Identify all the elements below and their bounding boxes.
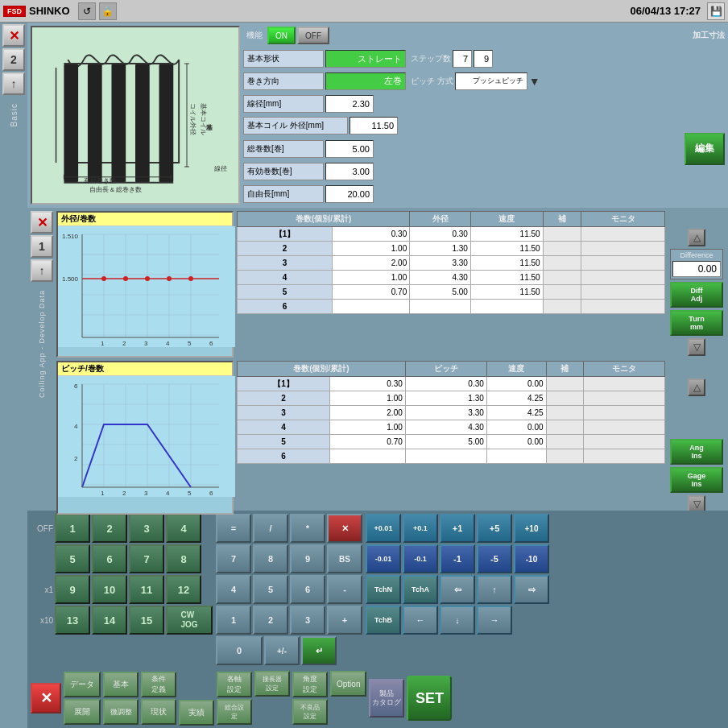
key-enter[interactable]: ↵ bbox=[301, 636, 337, 665]
t1-v1[interactable]: 2.00 bbox=[333, 256, 410, 271]
table-row[interactable]: 4 1.00 4.30 11.50 bbox=[238, 271, 665, 285]
key-pm[interactable]: +/- bbox=[264, 636, 300, 665]
key-p001[interactable]: +0.01 bbox=[366, 514, 401, 543]
table-row[interactable]: 2 1.00 1.30 11.50 bbox=[238, 242, 665, 256]
key-3[interactable]: 3 bbox=[129, 514, 164, 543]
t2-v3[interactable]: 0.00 bbox=[486, 435, 546, 449]
t2-v3[interactable]: 4.25 bbox=[486, 391, 546, 406]
toolbar-close-btn[interactable]: ✕ bbox=[31, 683, 61, 714]
key-c8[interactable]: 8 bbox=[253, 544, 288, 573]
reload-icon[interactable]: ↺ bbox=[78, 2, 96, 20]
turn-mm-btn[interactable]: Turn mm bbox=[670, 310, 723, 336]
key-c6[interactable]: 6 bbox=[290, 575, 325, 604]
key-bs[interactable]: BS bbox=[327, 544, 362, 573]
key-left-arrow[interactable]: ⇦ bbox=[440, 575, 475, 604]
option-btn[interactable]: Option bbox=[330, 671, 366, 697]
key-eq[interactable]: = bbox=[216, 514, 251, 543]
t2-v2[interactable]: 4.30 bbox=[405, 420, 486, 435]
key-4[interactable]: 4 bbox=[166, 514, 201, 543]
key-11[interactable]: 11 bbox=[129, 575, 164, 604]
table-row[interactable]: 【1】 0.30 0.30 11.50 bbox=[238, 227, 665, 242]
t2-v1[interactable]: 0.30 bbox=[330, 377, 406, 391]
key-tchb[interactable]: TchB bbox=[366, 606, 401, 635]
key-c1[interactable]: 1 bbox=[216, 606, 251, 635]
t1-v3[interactable]: 11.50 bbox=[470, 242, 543, 256]
t1-v2[interactable]: 4.30 bbox=[410, 271, 471, 285]
key-c3[interactable]: 3 bbox=[290, 606, 325, 635]
save-icon[interactable]: 💾 bbox=[707, 2, 725, 20]
t1-v3[interactable]: 11.50 bbox=[470, 271, 543, 285]
sidebar-btn-2[interactable]: 2 bbox=[2, 48, 25, 71]
table-row[interactable]: 3 2.00 3.30 11.50 bbox=[238, 256, 665, 271]
direction-value[interactable]: 左巻 bbox=[325, 72, 406, 90]
t1-v2[interactable]: 1.30 bbox=[410, 242, 471, 256]
key-m1[interactable]: -1 bbox=[440, 544, 475, 573]
t2-v3[interactable]: 4.25 bbox=[486, 406, 546, 420]
key-mul[interactable]: * bbox=[290, 514, 325, 543]
key-1[interactable]: 1 bbox=[55, 514, 90, 543]
key-down-arrow[interactable]: ↓ bbox=[440, 606, 475, 635]
jisseki-btn[interactable]: 実績 bbox=[179, 700, 214, 726]
key-right-end[interactable]: → bbox=[477, 606, 512, 635]
furyohin-btn[interactable]: 不良品 設定 bbox=[292, 699, 328, 725]
key-p5[interactable]: +5 bbox=[477, 514, 512, 543]
key-c4[interactable]: 4 bbox=[216, 575, 251, 604]
t2-v3[interactable]: 0.00 bbox=[486, 377, 546, 391]
key-x-cancel[interactable]: ✕ bbox=[327, 514, 362, 543]
t1-v3[interactable]: 11.50 bbox=[470, 256, 543, 271]
t1-v2[interactable]: 5.00 bbox=[410, 285, 471, 300]
sidebar-btn-up[interactable]: ↑ bbox=[2, 72, 25, 95]
table-row[interactable]: 6 bbox=[238, 449, 665, 464]
key-tcha[interactable]: TchA bbox=[403, 575, 438, 604]
sogosetsu-btn[interactable]: 総合設 定 bbox=[217, 699, 252, 725]
table-row[interactable]: 2 1.00 1.30 4.25 bbox=[238, 391, 665, 406]
total-turns-value[interactable]: 5.00 bbox=[325, 140, 374, 158]
key-m01[interactable]: -0.1 bbox=[403, 544, 438, 573]
up-arrow-2[interactable]: △ bbox=[688, 378, 705, 396]
tsuna-btn[interactable]: 接長器 設定 bbox=[254, 671, 290, 697]
t2-v2[interactable]: 0.30 bbox=[405, 377, 486, 391]
key-7[interactable]: 7 bbox=[129, 544, 164, 573]
key-c9[interactable]: 9 bbox=[290, 544, 325, 573]
key-p10[interactable]: +10 bbox=[514, 514, 549, 543]
step-val1[interactable]: 7 bbox=[453, 50, 472, 68]
genjo-btn[interactable]: 現状 bbox=[141, 699, 176, 725]
down-arrow-1[interactable]: ▽ bbox=[688, 338, 705, 356]
t1-v1[interactable]: 0.70 bbox=[333, 285, 410, 300]
t2-v3[interactable]: 0.00 bbox=[486, 420, 546, 435]
key-15[interactable]: 15 bbox=[129, 606, 164, 635]
up-arrow-1[interactable]: △ bbox=[688, 229, 705, 246]
t1-v3[interactable]: 11.50 bbox=[470, 285, 543, 300]
chart-btn-1[interactable]: 1 bbox=[31, 235, 53, 258]
bishocho-btn[interactable]: 微調整 bbox=[103, 699, 139, 725]
tenkai-btn[interactable]: 展開 bbox=[64, 699, 101, 725]
key-cw-jog[interactable]: CW JOG bbox=[166, 606, 213, 635]
table-row[interactable]: 4 1.00 4.30 0.00 bbox=[238, 420, 665, 435]
wire-value[interactable]: 2.30 bbox=[325, 95, 374, 113]
t2-v1[interactable]: 2.00 bbox=[330, 406, 406, 420]
func-off-btn[interactable]: OFF bbox=[297, 27, 329, 44]
free-length-value[interactable]: 20.00 bbox=[325, 185, 374, 203]
key-plus[interactable]: + bbox=[327, 606, 362, 635]
t1-v1[interactable]: 0.30 bbox=[333, 227, 410, 242]
t1-v1[interactable] bbox=[333, 300, 410, 314]
ang-ins-btn[interactable]: Ang Ins bbox=[670, 439, 723, 465]
key-c2[interactable]: 2 bbox=[253, 606, 288, 635]
set-btn[interactable]: SET bbox=[407, 676, 452, 721]
key-m5[interactable]: -5 bbox=[477, 544, 512, 573]
key-6[interactable]: 6 bbox=[92, 544, 127, 573]
key-m10[interactable]: -10 bbox=[514, 544, 549, 573]
key-div[interactable]: / bbox=[253, 514, 288, 543]
key-10[interactable]: 10 bbox=[92, 575, 127, 604]
key-12[interactable]: 12 bbox=[166, 575, 201, 604]
t2-v1[interactable]: 1.00 bbox=[330, 391, 406, 406]
key-minus[interactable]: - bbox=[327, 575, 362, 604]
key-p01[interactable]: +0.1 bbox=[403, 514, 438, 543]
t2-v2[interactable]: 1.30 bbox=[405, 391, 486, 406]
t1-v2[interactable] bbox=[410, 300, 471, 314]
step-val2[interactable]: 9 bbox=[474, 50, 493, 68]
key-13[interactable]: 13 bbox=[55, 606, 90, 635]
key-m001[interactable]: -0.01 bbox=[366, 544, 401, 573]
key-8[interactable]: 8 bbox=[166, 544, 201, 573]
kaku-btn[interactable]: 角度 設定 bbox=[292, 672, 328, 697]
